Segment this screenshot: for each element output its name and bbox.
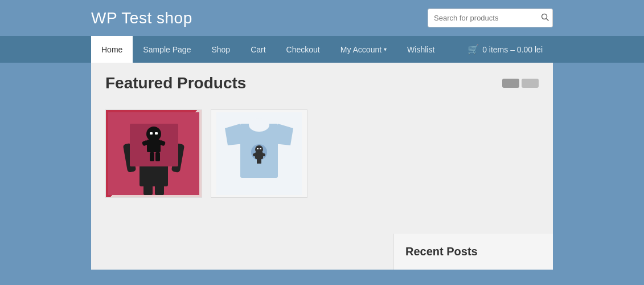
header: WP Test shop — [0, 0, 644, 36]
product-card-2[interactable] — [211, 109, 307, 198]
featured-title: Featured Products — [105, 74, 246, 92]
svg-rect-10 — [155, 152, 160, 161]
nav-cart[interactable]: 🛒 0 items – 0.00 lei — [457, 36, 553, 63]
sidebar: Recent Posts — [393, 234, 553, 270]
product-image-1 — [106, 110, 202, 197]
tshirt-art — [216, 112, 302, 195]
product-card-1[interactable] — [105, 109, 202, 198]
cart-summary: 0 items – 0.00 lei — [482, 45, 543, 54]
svg-line-1 — [547, 19, 549, 21]
cart-icon: 🛒 — [467, 44, 479, 55]
bottom-section: Recent Posts — [91, 234, 553, 270]
slider-prev-button[interactable] — [502, 79, 519, 88]
ninja-poster-art — [108, 112, 199, 195]
svg-rect-26 — [259, 159, 261, 164]
nav-item-sample-page[interactable]: Sample Page — [133, 36, 201, 63]
search-icon — [541, 13, 549, 21]
svg-rect-14 — [155, 132, 158, 135]
content-area — [91, 234, 393, 270]
slider-control[interactable] — [502, 79, 539, 88]
featured-header: Featured Products — [105, 74, 539, 98]
svg-point-7 — [146, 127, 161, 141]
svg-rect-30 — [260, 148, 261, 149]
svg-point-23 — [255, 145, 263, 153]
svg-rect-8 — [147, 140, 161, 152]
nav-item-my-account[interactable]: My Account ▾ — [330, 36, 397, 63]
product-image-2 — [211, 110, 307, 197]
svg-point-21 — [249, 118, 269, 132]
main-wrapper: Featured Products — [91, 63, 553, 234]
navigation: Home Sample Page Shop Cart Checkout My A… — [0, 36, 644, 63]
chevron-down-icon: ▾ — [384, 46, 387, 52]
svg-rect-24 — [255, 152, 263, 159]
nav-item-home[interactable]: Home — [91, 36, 133, 63]
nav-item-shop[interactable]: Shop — [201, 36, 240, 63]
svg-rect-9 — [150, 152, 154, 161]
main-content: Featured Products — [91, 63, 553, 234]
svg-rect-13 — [150, 132, 153, 135]
search-button[interactable] — [535, 10, 553, 26]
products-grid — [105, 109, 539, 198]
site-title: WP Test shop — [91, 9, 192, 27]
slider-next-button[interactable] — [522, 79, 539, 88]
svg-rect-29 — [257, 148, 259, 149]
nav-item-checkout[interactable]: Checkout — [276, 36, 330, 63]
nav-item-cart[interactable]: Cart — [240, 36, 276, 63]
sidebar-title: Recent Posts — [405, 245, 542, 258]
search-bar[interactable] — [428, 9, 553, 27]
search-input[interactable] — [428, 9, 535, 27]
svg-rect-15 — [143, 184, 153, 195]
svg-rect-16 — [155, 184, 164, 195]
nav-item-wishlist[interactable]: Wishlist — [397, 36, 445, 63]
